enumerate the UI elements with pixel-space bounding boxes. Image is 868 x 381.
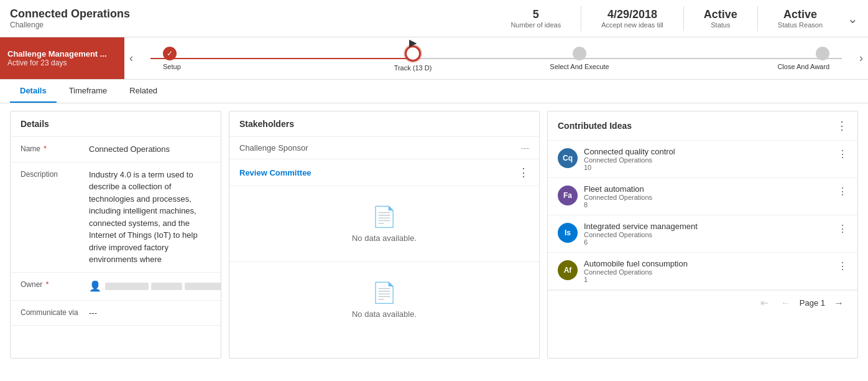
ideas-panel-title: Contributed Ideas <box>558 121 632 131</box>
tab-related[interactable]: Related <box>119 80 167 103</box>
stakeholders-panel-header: Stakeholders <box>229 111 539 137</box>
ideas-list: Cq Connected quality control Connected O… <box>548 141 857 290</box>
stage-label-select: Select And Execute <box>550 63 609 70</box>
header-title-block: Connected Operations Challenge <box>10 7 510 29</box>
idea-title-is: Integrated service management <box>584 222 831 231</box>
idea-count-cq: 10 <box>584 164 831 171</box>
idea-item-fa: Fa Fleet automation Connected Operations… <box>548 178 857 215</box>
idea-title-fa: Fleet automation <box>584 184 831 194</box>
page-subtitle: Challenge <box>10 21 510 29</box>
page-title: Connected Operations <box>10 7 510 21</box>
sponsor-value: --- <box>521 143 529 153</box>
stage-prev-button[interactable]: ‹ <box>124 37 138 79</box>
idea-avatar-fa: Fa <box>558 186 578 205</box>
sponsor-label: Challenge Sponsor <box>239 143 308 153</box>
name-label: Name * <box>21 143 89 153</box>
status-label: Status <box>704 21 737 29</box>
communicate-value: --- <box>89 307 211 319</box>
idea-title-cq: Connected quality control <box>584 147 831 156</box>
idea-title-af: Automobile fuel consumption <box>584 259 831 268</box>
stage-label-setup: Setup <box>163 63 181 70</box>
owner-person-icon: 👤 <box>89 279 101 294</box>
stage-label-close: Close And Award <box>777 63 829 70</box>
ideas-header-row: Contributed Ideas ⋮ <box>548 111 857 141</box>
owner-word-3 <box>185 283 221 290</box>
communicate-label: Communicate via <box>21 307 89 317</box>
idea-avatar-is: Is <box>558 223 578 243</box>
contributed-ideas-panel: Contributed Ideas ⋮ Cq Connected quality… <box>547 111 858 359</box>
idea-avatar-cq: Cq <box>558 148 578 168</box>
idea-menu-fa[interactable]: ⋮ <box>838 186 847 197</box>
status-reason-label: Status Reason <box>778 21 823 29</box>
detail-row-name: Name * Connected Operations <box>11 137 221 162</box>
name-value: Connected Operations <box>89 143 211 156</box>
idea-org-af: Connected Operations <box>584 268 831 276</box>
name-required: * <box>44 144 47 153</box>
stage-next-button[interactable]: › <box>854 37 868 79</box>
meta-status-reason: Active Status Reason <box>778 8 823 29</box>
prev-page-button[interactable]: ← <box>777 296 795 310</box>
stage-circle-close <box>816 47 829 60</box>
committee-no-data: 📄 No data available. <box>229 186 539 261</box>
next-page-button[interactable]: → <box>830 296 847 310</box>
cursor-icon: ▶ <box>409 37 417 49</box>
no-data-text-1: No data available. <box>352 233 417 243</box>
no-data-icon-2: 📄 <box>372 281 397 304</box>
idea-info-af: Automobile fuel consumption Connected Op… <box>584 259 831 283</box>
idea-info-cq: Connected quality control Connected Oper… <box>584 147 831 171</box>
review-committee-label: Review Committee <box>239 168 312 177</box>
idea-menu-is[interactable]: ⋮ <box>838 223 847 235</box>
pagination: ⇤ ← Page 1 → <box>548 290 857 315</box>
owner-row: 👤 <box>89 279 221 294</box>
stage-circle-select <box>573 47 586 60</box>
idea-info-is: Integrated service management Connected … <box>584 222 831 246</box>
header-meta: 5 Number of ideas 4/29/2018 Accept new i… <box>510 6 858 31</box>
header-dropdown-icon[interactable]: ⌄ <box>847 11 858 26</box>
owner-required: * <box>46 280 49 289</box>
meta-divider-2 <box>683 6 684 31</box>
review-committee-row: Review Committee ⋮ <box>229 159 539 186</box>
idea-org-cq: Connected Operations <box>584 156 831 164</box>
ideas-menu-icon[interactable]: ⋮ <box>836 119 847 133</box>
tab-details[interactable]: Details <box>10 80 57 103</box>
main-content: Details Name * Connected Operations Desc… <box>0 103 868 366</box>
status-reason-value: Active <box>778 8 823 21</box>
committee-menu-icon[interactable]: ⋮ <box>518 166 529 179</box>
no-data-text-2: No data available. <box>352 309 417 319</box>
detail-row-communicate: Communicate via --- <box>11 301 221 326</box>
stage-label-track: Track (13 D) <box>394 64 432 72</box>
idea-count-is: 6 <box>584 238 831 246</box>
stage-circle-setup: ✓ <box>163 47 177 60</box>
meta-divider-3 <box>757 6 758 31</box>
idea-menu-af[interactable]: ⋮ <box>838 260 847 272</box>
idea-info-fa: Fleet automation Connected Operations 8 <box>584 184 831 209</box>
challenge-label: Challenge Management ... <box>7 49 117 59</box>
active-days-label: Active for 23 days <box>7 59 117 67</box>
stage-track[interactable]: ▶ Track (13 D) <box>330 45 496 72</box>
meta-ideas: 5 Number of ideas <box>510 8 561 29</box>
sponsor-no-data: 📄 No data available. <box>229 262 539 337</box>
tab-navigation: Details Timeframe Related <box>0 80 868 103</box>
first-page-button[interactable]: ⇤ <box>757 296 772 310</box>
ideas-count: 5 <box>510 8 561 21</box>
tab-timeframe[interactable]: Timeframe <box>59 80 118 103</box>
sponsor-row: Challenge Sponsor --- <box>229 137 539 159</box>
meta-accept-date: 4/29/2018 Accept new ideas till <box>601 8 663 29</box>
status-value: Active <box>704 8 737 21</box>
stage-setup[interactable]: ✓ Setup <box>150 47 330 70</box>
page-label: Page 1 <box>800 298 825 308</box>
accept-date-value: 4/29/2018 <box>601 8 663 21</box>
owner-label: Owner * <box>21 279 89 289</box>
idea-avatar-af: Af <box>558 260 578 280</box>
top-header: Connected Operations Challenge 5 Number … <box>0 0 868 37</box>
stage-select[interactable]: Select And Execute <box>496 47 663 70</box>
detail-row-owner: Owner * 👤 <box>11 273 221 301</box>
no-data-icon-1: 📄 <box>372 205 397 228</box>
accept-date-label: Accept new ideas till <box>601 21 663 29</box>
idea-count-fa: 8 <box>584 201 831 209</box>
owner-word-1 <box>105 283 149 290</box>
meta-divider-1 <box>581 6 581 31</box>
stage-close[interactable]: Close And Award <box>663 47 842 70</box>
stages-container: ✓ Setup ▶ Track (13 D) Select And Execut… <box>138 37 854 79</box>
idea-menu-cq[interactable]: ⋮ <box>838 148 847 160</box>
